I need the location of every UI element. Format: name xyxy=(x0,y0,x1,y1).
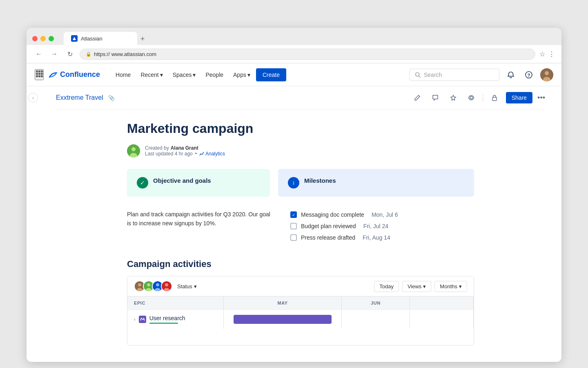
restrict-button[interactable] xyxy=(488,91,501,104)
milestone-date-1: Mon, Jul 6 xyxy=(372,211,398,218)
jun-bar-cell xyxy=(342,310,410,329)
share-button[interactable]: Share xyxy=(506,92,532,103)
breadcrumb-space[interactable]: Exxtreme Travel xyxy=(56,94,103,101)
svg-point-27 xyxy=(147,283,150,287)
milestone-item-2: Budget plan reviewed Fri, Jul 24 xyxy=(290,223,474,229)
search-bar[interactable]: Search xyxy=(410,69,499,81)
milestone-checkbox-2[interactable] xyxy=(290,223,297,229)
app-content: Confluence Home Recent ▾ Spaces ▾ People… xyxy=(27,63,561,362)
page-title: Marketing campaign xyxy=(127,121,474,136)
app-grid-icon[interactable] xyxy=(35,69,44,80)
epic-name-container: User research xyxy=(149,315,185,324)
star-button[interactable] xyxy=(447,91,460,104)
empty-cell xyxy=(127,329,474,345)
notifications-button[interactable] xyxy=(504,68,517,81)
back-button[interactable]: ← xyxy=(33,48,45,60)
jun-col-header: JUN xyxy=(342,296,410,310)
sidebar-toggle-area: › xyxy=(27,86,40,362)
analytics-link[interactable]: Analytics xyxy=(199,151,225,157)
breadcrumb-clip-icon: 📎 xyxy=(108,95,115,101)
new-tab-button[interactable]: + xyxy=(137,33,148,45)
refresh-button[interactable]: ↻ xyxy=(64,48,76,60)
author-info: Created by Alana Grant Last updated 4 hr… xyxy=(127,144,474,157)
bookmark-button[interactable]: ☆ xyxy=(539,50,545,58)
months-button[interactable]: Months ▾ xyxy=(434,281,467,292)
address-actions: ☆ ⋮ xyxy=(539,50,555,58)
tab-favicon xyxy=(71,35,78,42)
url-bar[interactable]: 🔒 https:// www.atlassian.com xyxy=(80,49,535,60)
toolbar-divider xyxy=(483,94,483,102)
watch-button[interactable] xyxy=(465,91,478,104)
views-label: Views xyxy=(408,283,421,289)
extra-col xyxy=(410,296,473,310)
sidebar-toggle-button[interactable]: › xyxy=(28,93,38,103)
top-nav: Confluence Home Recent ▾ Spaces ▾ People… xyxy=(27,63,561,86)
meta-dot: • xyxy=(195,151,197,157)
spaces-chevron: ▾ xyxy=(193,72,196,78)
svg-rect-8 xyxy=(38,75,40,77)
maximize-button[interactable] xyxy=(49,36,54,41)
svg-point-15 xyxy=(545,71,549,75)
nav-spaces[interactable]: Spaces ▾ xyxy=(169,68,200,81)
objective-check-icon: ✓ xyxy=(137,177,148,188)
nav-home[interactable]: Home xyxy=(111,68,135,81)
milestone-label-2: Budget plan reviewed xyxy=(301,223,356,229)
edit-button[interactable] xyxy=(411,91,424,104)
page-toolbar: Exxtreme Travel 📎 xyxy=(56,86,545,110)
help-button[interactable]: ? xyxy=(522,68,535,81)
status-chevron: ▾ xyxy=(194,283,197,289)
activities-container: Status ▾ Today Views ▾ Months xyxy=(127,276,474,346)
nav-links: Home Recent ▾ Spaces ▾ People Apps ▾ Cre… xyxy=(111,68,410,81)
browser-menu-button[interactable]: ⋮ xyxy=(548,50,555,58)
expand-arrow[interactable]: › xyxy=(134,317,136,322)
milestone-checkbox-1[interactable]: ✓ xyxy=(290,211,297,218)
browser-tab[interactable]: Atlassian xyxy=(64,32,137,45)
svg-rect-6 xyxy=(41,73,43,75)
svg-point-21 xyxy=(131,147,136,151)
may-col-header: MAY xyxy=(224,296,342,310)
more-button[interactable]: ••• xyxy=(537,94,545,102)
milestone-label-1: Messaging doc complete xyxy=(301,211,364,218)
nav-apps[interactable]: Apps ▾ xyxy=(229,68,254,81)
may-bar-cell xyxy=(224,310,342,329)
recent-label: Recent xyxy=(140,72,158,78)
close-button[interactable] xyxy=(32,36,38,41)
traffic-lights xyxy=(32,36,54,41)
user-avatar[interactable] xyxy=(540,68,553,81)
svg-rect-19 xyxy=(492,97,497,101)
gantt-body: › User research xyxy=(127,310,474,346)
minimize-button[interactable] xyxy=(40,36,46,41)
tab-title: Atlassian xyxy=(81,36,102,42)
confluence-logo[interactable]: Confluence xyxy=(49,70,100,79)
last-updated: Last updated 4 hr ago xyxy=(145,151,193,157)
page-content: Marketing campaign Created by Alana Gran… xyxy=(127,113,474,346)
status-dropdown[interactable]: Status ▾ xyxy=(177,283,197,289)
milestone-checkbox-3[interactable] xyxy=(290,234,297,241)
today-button[interactable]: Today xyxy=(374,281,399,292)
nav-people[interactable]: People xyxy=(201,68,227,81)
gantt-header: Epic MAY JUN xyxy=(127,296,474,310)
url-text: https:// www.atlassian.com xyxy=(94,51,156,57)
content-area: Exxtreme Travel 📎 xyxy=(40,86,561,362)
svg-rect-9 xyxy=(41,75,43,77)
svg-point-30 xyxy=(156,283,159,287)
campaign-heading: Campaign activities xyxy=(127,259,474,269)
created-label: Created by xyxy=(145,145,169,151)
empty-row xyxy=(127,329,474,345)
milestone-card: i Milestones xyxy=(278,169,474,197)
views-button[interactable]: Views ▾ xyxy=(402,281,431,292)
svg-rect-3 xyxy=(41,70,43,72)
nav-recent[interactable]: Recent ▾ xyxy=(136,68,167,81)
lock-icon: 🔒 xyxy=(86,52,91,57)
nav-right: Search ? xyxy=(410,68,553,81)
apps-label: Apps xyxy=(233,72,246,78)
milestone-card-content: Milestones xyxy=(304,177,336,184)
search-placeholder: Search xyxy=(424,72,442,78)
progress-bar xyxy=(149,323,178,324)
svg-line-11 xyxy=(419,76,421,77)
comment-button[interactable] xyxy=(429,91,442,104)
create-button[interactable]: Create xyxy=(256,68,286,81)
forward-button[interactable]: → xyxy=(49,48,60,60)
svg-rect-5 xyxy=(38,73,40,75)
page-layout: › Exxtreme Travel 📎 xyxy=(27,86,561,362)
